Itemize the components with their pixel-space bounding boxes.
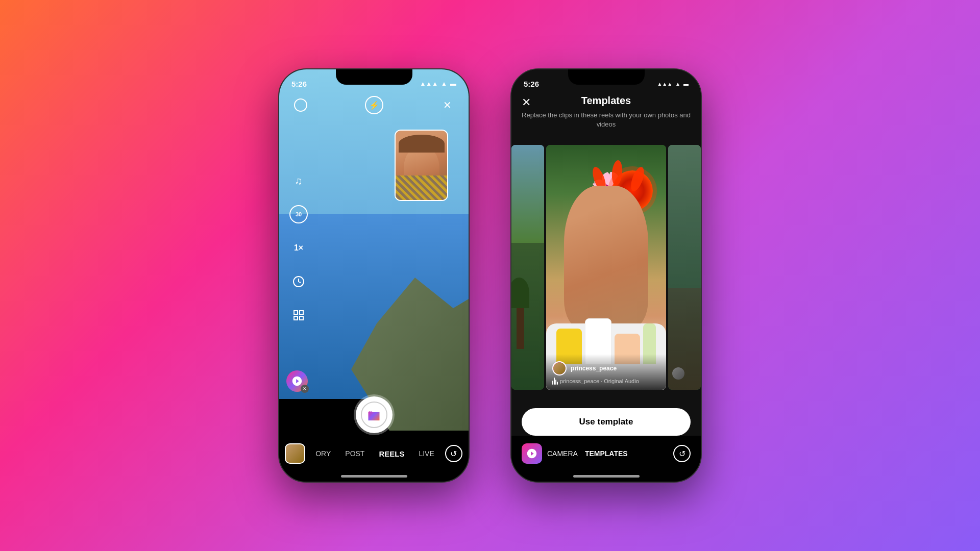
- card-user-center: princess_peace: [552, 361, 660, 375]
- flip-camera-left[interactable]: ↺: [445, 444, 463, 463]
- use-template-label: Use template: [579, 417, 633, 427]
- time-right: 5:26: [524, 80, 539, 88]
- svg-rect-2: [300, 311, 303, 314]
- wifi-icon: ▲: [441, 80, 447, 87]
- template-card-left-image: [511, 145, 544, 390]
- camera-sidebar: ♫ 30 1×: [289, 171, 308, 324]
- left-phone: 5:26 ▲▲▲ ▲ ▬ ⚡ ✕ ♫ 30: [278, 68, 470, 483]
- templates-header: Templates Replace the clips in these ree…: [511, 95, 701, 129]
- audio-bars: [552, 378, 558, 385]
- signal-icon: ▲▲▲: [420, 80, 438, 87]
- svg-rect-3: [294, 316, 298, 320]
- template-card-left[interactable]: [511, 145, 544, 390]
- selfie-preview: [395, 130, 448, 201]
- shutter-button[interactable]: 📷: [356, 396, 393, 433]
- templates-subtitle: Replace the clips in these reels with yo…: [522, 111, 691, 129]
- nav-live[interactable]: LIVE: [411, 449, 441, 458]
- card-info-center: princess_peace princess_peace · Original…: [546, 354, 666, 390]
- username-center: princess_peace: [571, 365, 617, 372]
- clock-icon[interactable]: [289, 272, 308, 291]
- timer-30-icon[interactable]: 30: [289, 205, 308, 223]
- templates-title: Templates: [522, 95, 691, 107]
- music-icon[interactable]: ♫: [289, 171, 308, 190]
- home-indicator-left: [341, 475, 407, 478]
- status-icons-left: ▲▲▲ ▲ ▬: [420, 80, 456, 87]
- template-card-center-image: 🌸: [546, 145, 666, 390]
- template-cards: 🌸: [511, 145, 701, 390]
- user-avatar-center: [552, 361, 567, 375]
- effect-icon[interactable]: ✕: [286, 370, 311, 395]
- close-templates-button[interactable]: ✕: [522, 96, 531, 109]
- shutter-camera-icon: 📷: [368, 409, 380, 421]
- home-indicator-right: [573, 475, 640, 478]
- template-card-right[interactable]: [668, 145, 701, 390]
- card-audio-center: princess_peace · Original Audio: [552, 378, 660, 385]
- nav-thumb-left[interactable]: [285, 443, 305, 464]
- template-card-right-image: [668, 145, 701, 390]
- nav-reels[interactable]: REELS: [372, 449, 411, 458]
- nav-tabs-right: CAMERA TEMPLATES: [547, 449, 628, 458]
- nav-story[interactable]: ORY: [308, 449, 338, 458]
- svg-rect-1: [294, 311, 298, 314]
- nav-post[interactable]: POST: [338, 449, 372, 458]
- selfie-clothing: [396, 176, 447, 200]
- use-template-button[interactable]: Use template: [522, 408, 691, 436]
- svg-rect-4: [300, 316, 303, 320]
- template-card-center[interactable]: 🌸: [546, 145, 666, 390]
- flip-camera-right[interactable]: ↺: [673, 445, 691, 462]
- battery-icon: ▬: [450, 80, 456, 87]
- right-phone: 5:26 ▲▲▲ ▲ ▬ ✕ Templates Replace the cli…: [510, 68, 702, 483]
- circle-mode-icon[interactable]: [291, 96, 310, 114]
- wifi-icon-r: ▲: [675, 81, 680, 87]
- nav-templates-tab[interactable]: TEMPLATES: [585, 449, 628, 458]
- flash-icon[interactable]: ⚡: [365, 96, 383, 114]
- nav-left-right-phone: CAMERA TEMPLATES: [522, 443, 628, 464]
- notch-left: [336, 69, 412, 85]
- grid-icon[interactable]: [289, 306, 308, 324]
- signal-icon-r: ▲▲▲: [657, 81, 672, 87]
- camera-top-bar: ⚡ ✕: [279, 96, 469, 114]
- battery-icon-r: ▬: [683, 81, 689, 87]
- time-left: 5:26: [291, 80, 307, 88]
- speed-icon[interactable]: 1×: [289, 239, 308, 257]
- close-camera-icon[interactable]: ✕: [438, 96, 456, 114]
- shutter-area[interactable]: 📷: [356, 396, 393, 433]
- notch-right: [568, 69, 645, 85]
- status-icons-right: ▲▲▲ ▲ ▬: [657, 81, 689, 87]
- reels-icon-right[interactable]: [522, 443, 542, 464]
- nav-camera-tab[interactable]: CAMERA: [547, 449, 578, 458]
- side-avatar-right: [672, 367, 684, 380]
